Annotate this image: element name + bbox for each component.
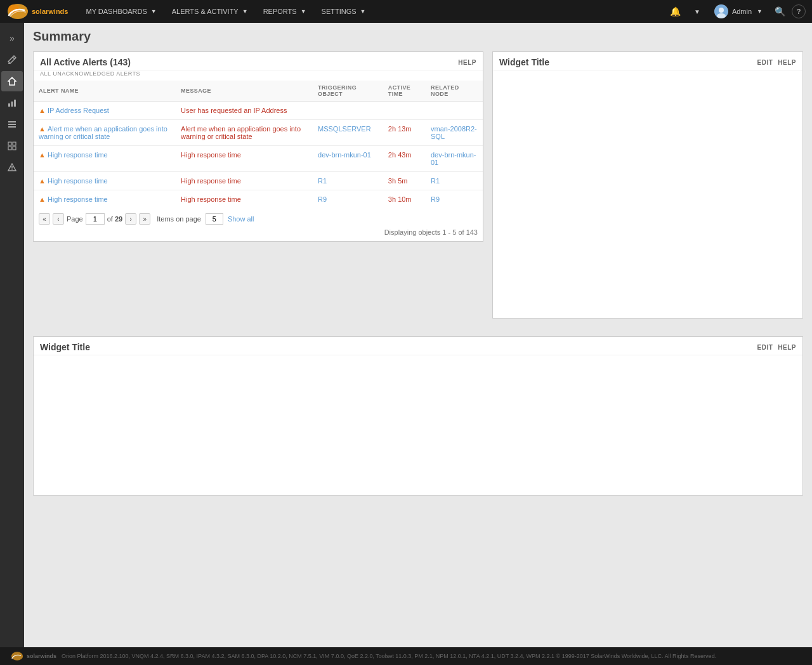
bottom-widget-help-link[interactable]: HELP [778, 344, 796, 351]
alerts-help-link[interactable]: HELP [458, 59, 476, 66]
related-node-link[interactable]: R1 [431, 177, 440, 185]
footer-text: Orion Platform 2016.2.100, VNQM 4.2.4, S… [62, 653, 716, 659]
admin-menu[interactable]: Admin ▼ [709, 0, 768, 23]
bottom-widget-edit-link[interactable]: EDIT [757, 344, 773, 351]
alert-name-link[interactable]: IP Address Request [48, 107, 109, 114]
alerts-widget-header: All Active Alerts (143) HELP [34, 52, 483, 70]
alert-name-link[interactable]: High response time [48, 195, 108, 203]
sidebar-item-chart[interactable] [1, 93, 23, 113]
svg-rect-15 [13, 142, 16, 145]
alerts-section: All Active Alerts (143) HELP ALL UNACKNO… [33, 51, 483, 327]
sidebar-item-home[interactable] [1, 71, 23, 91]
alert-message-cell: High response time [176, 190, 313, 209]
svg-point-20 [11, 169, 13, 171]
active-time-cell: 3h 10m [383, 190, 426, 209]
nav-my-dashboards[interactable]: MY DASHBOARDS ▼ [78, 0, 164, 23]
brand-logo[interactable]: solarwinds [6, 3, 68, 20]
show-all-link[interactable]: Show all [228, 215, 254, 223]
items-label: Items on page [157, 215, 201, 223]
sidebar-item-list[interactable] [1, 114, 23, 135]
alert-message-link[interactable]: High response time [181, 177, 241, 185]
chevron-down-icon: ▼ [242, 8, 248, 15]
help-button[interactable]: ? [792, 4, 806, 18]
alert-message-cell: High response time [176, 146, 313, 172]
triggering-object-link[interactable]: R1 [318, 177, 327, 185]
alert-name-link[interactable]: High response time [48, 151, 108, 159]
sidebar-item-alerts[interactable] [1, 157, 23, 178]
sidebar-item-nodes[interactable] [1, 136, 23, 156]
page-label: Page [67, 215, 83, 223]
table-header-row: ALERT NAME MESSAGE TRIGGERING OBJECT ACT… [34, 81, 483, 102]
triggering-object-cell [313, 102, 383, 120]
right-widget-body [493, 70, 802, 318]
notification-bell[interactable]: 🔔 [666, 0, 685, 23]
alert-message-link[interactable]: Alert me when an application goes into w… [181, 125, 301, 140]
nav-reports[interactable]: REPORTS ▼ [256, 0, 314, 23]
table-row: ▲Alert me when an application goes into … [34, 120, 483, 146]
pagination-prev-button[interactable]: ‹ [53, 213, 64, 225]
pagination: « ‹ Page of 29 › » Items on page Show al… [34, 208, 483, 227]
col-related-node: RELATED NODE [426, 81, 483, 102]
alert-message-link[interactable]: High response time [181, 151, 241, 159]
pagination-first-button[interactable]: « [39, 213, 50, 225]
nav-settings[interactable]: SETTINGS ▼ [314, 0, 374, 23]
active-time-cell: 2h 13m [383, 120, 426, 146]
alerts-widget-subtitle: ALL UNACKNOWLEDGED ALERTS [34, 70, 483, 81]
alerts-widget-title: All Active Alerts (143) [40, 57, 131, 67]
alerts-table-body: ▲IP Address RequestUser has requested an… [34, 102, 483, 209]
chevron-down-icon: ▼ [757, 8, 763, 15]
alerts-widget: All Active Alerts (143) HELP ALL UNACKNO… [33, 51, 483, 242]
warning-icon: ▲ [39, 125, 46, 133]
right-widget-section: Widget Title EDIT HELP [492, 51, 803, 327]
triggering-object-link[interactable]: R9 [318, 195, 327, 203]
sidebar-item-edit[interactable] [1, 49, 23, 70]
table-row: ▲High response timeHigh response timeR13… [34, 172, 483, 190]
pagination-next-button[interactable]: › [125, 213, 136, 225]
sidebar-item-expand[interactable]: » [1, 28, 23, 48]
related-node-link[interactable]: R9 [431, 195, 440, 203]
triggering-object-cell: MSSQLSERVER [313, 120, 383, 146]
right-widget-header: Widget Title EDIT HELP [493, 52, 802, 70]
alert-message-cell: User has requested an IP Address [176, 102, 313, 120]
related-node-link[interactable]: vman-2008R2-SQL [431, 125, 477, 140]
displaying-text: Displaying objects 1 - 5 of 143 [34, 227, 483, 241]
bottom-widget-header: Widget Title EDIT HELP [34, 337, 802, 355]
alerts-table: ALERT NAME MESSAGE TRIGGERING OBJECT ACT… [34, 81, 483, 208]
chevron-down-icon: ▼ [151, 8, 157, 15]
col-message: MESSAGE [176, 81, 313, 102]
svg-rect-9 [11, 102, 13, 107]
page-input[interactable] [86, 213, 105, 225]
svg-point-3 [719, 8, 724, 13]
avatar [714, 4, 728, 18]
alert-message-cell: Alert me when an application goes into w… [176, 120, 313, 146]
svg-rect-8 [8, 103, 10, 107]
alert-name-link[interactable]: High response time [48, 177, 108, 185]
right-widget-edit-link[interactable]: EDIT [757, 59, 773, 66]
related-node-link[interactable]: dev-brn-mkun-01 [431, 151, 476, 166]
right-widget-help-link[interactable]: HELP [778, 59, 796, 66]
related-node-cell: R9 [426, 190, 483, 209]
warning-icon: ▲ [39, 177, 46, 185]
alert-name-cell: ▲High response time [34, 146, 176, 172]
nav-alerts-activity[interactable]: ALERTS & ACTIVITY ▼ [164, 0, 256, 23]
svg-line-5 [13, 57, 15, 59]
chevron-down-icon: ▼ [360, 8, 366, 15]
triggering-object-link[interactable]: dev-brn-mkun-01 [318, 151, 371, 159]
sidebar: » [0, 23, 24, 647]
col-alert-name: ALERT NAME [34, 81, 176, 102]
notification-dropdown[interactable]: ▼ [688, 0, 707, 23]
alert-message-link[interactable]: High response time [181, 195, 241, 203]
right-widget-actions: EDIT HELP [757, 59, 796, 66]
alert-message-link[interactable]: User has requested an IP Address [181, 107, 287, 114]
triggering-object-link[interactable]: MSSQLSERVER [318, 125, 371, 133]
alert-name-link[interactable]: Alert me when an application goes into w… [39, 125, 167, 140]
active-time-cell [383, 102, 426, 120]
items-per-page-input[interactable] [206, 213, 223, 225]
pagination-last-button[interactable]: » [139, 213, 150, 225]
search-button[interactable]: 🔍 [770, 0, 789, 23]
triggering-object-cell: dev-brn-mkun-01 [313, 146, 383, 172]
svg-rect-11 [8, 121, 16, 122]
right-widget: Widget Title EDIT HELP [492, 51, 803, 319]
active-time-value: 3h 10m [388, 195, 412, 203]
alerts-widget-actions: HELP [458, 59, 476, 66]
